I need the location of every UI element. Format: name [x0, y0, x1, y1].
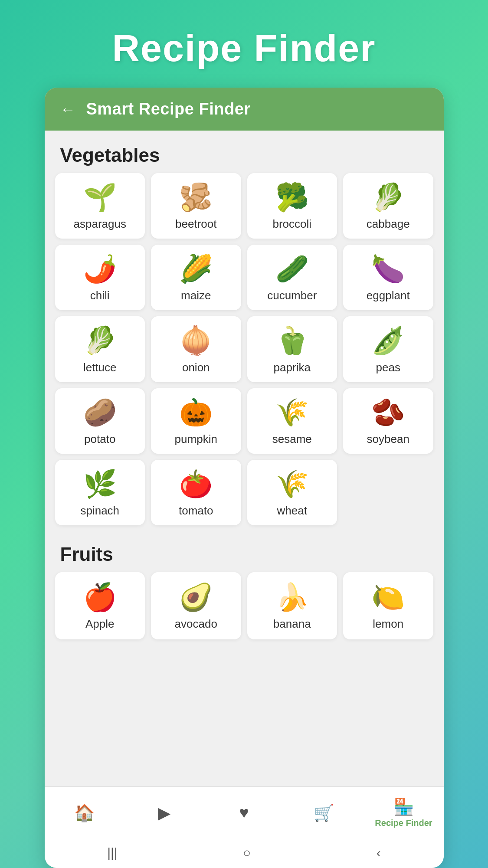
home-icon: 🏠: [74, 803, 95, 822]
lemon-label: lemon: [373, 617, 403, 631]
vegetable-chili[interactable]: 🌶️ chili: [55, 245, 145, 310]
wheat-label: wheat: [277, 504, 307, 518]
vegetable-paprika[interactable]: 🫑 paprika: [247, 316, 337, 382]
chili-label: chili: [90, 289, 110, 302]
avocado-label: avocado: [175, 617, 217, 631]
banana-label: banana: [273, 617, 311, 631]
broccoli-icon: 🥦: [275, 183, 309, 212]
nav-recipe-finder[interactable]: 🏪 Recipe Finder: [364, 794, 444, 832]
sesame-icon: 🌾: [275, 398, 309, 427]
apple-icon: 🍎: [83, 583, 117, 612]
soybean-label: soybean: [367, 432, 409, 446]
paprika-label: paprika: [274, 361, 311, 374]
fruits-section-title: Fruits: [45, 530, 444, 572]
vegetable-potato[interactable]: 🥔 potato: [55, 388, 145, 454]
vegetable-cabbage[interactable]: 🥬 cabbage: [343, 173, 433, 239]
sesame-label: sesame: [272, 432, 312, 446]
lettuce-label: lettuce: [83, 361, 117, 374]
home-button[interactable]: ○: [243, 845, 251, 860]
lettuce-icon: 🥬: [83, 326, 117, 355]
store-icon: 🏪: [393, 797, 414, 816]
content-area: Vegetables 🌱 asparagus 🫚 beetroot 🥦 broc…: [45, 131, 444, 786]
maize-label: maize: [181, 289, 211, 302]
bottom-nav: 🏠 ▶ ♥ 🛒 🏪 Recipe Finder: [45, 786, 444, 836]
heart-icon: ♥: [239, 803, 249, 822]
banana-icon: 🍌: [275, 583, 309, 612]
wheat-icon: 🌾: [275, 469, 309, 499]
maize-icon: 🌽: [179, 254, 213, 284]
vegetable-sesame[interactable]: 🌾 sesame: [247, 388, 337, 454]
back-button-system[interactable]: ‹: [377, 845, 381, 860]
play-icon: ▶: [158, 803, 170, 822]
nav-play[interactable]: ▶: [124, 800, 204, 826]
spinach-label: spinach: [80, 504, 119, 518]
cabbage-icon: 🥬: [371, 183, 405, 212]
nav-home[interactable]: 🏠: [45, 800, 124, 826]
cucumber-icon: 🥒: [275, 254, 309, 284]
fruit-avocado[interactable]: 🥑 avocado: [151, 572, 241, 639]
vegetable-lettuce[interactable]: 🥬 lettuce: [55, 316, 145, 382]
peas-label: peas: [376, 361, 400, 374]
vegetable-cucumber[interactable]: 🥒 cucumber: [247, 245, 337, 310]
vegetable-beetroot[interactable]: 🫚 beetroot: [151, 173, 241, 239]
vegetable-wheat[interactable]: 🌾 wheat: [247, 460, 337, 525]
recent-apps-button[interactable]: |||: [107, 845, 117, 860]
pumpkin-icon: 🎃: [179, 398, 213, 427]
fruits-grid: 🍎 Apple 🥑 avocado 🍌 banana 🍋 lemon: [45, 572, 444, 644]
avocado-icon: 🥑: [179, 583, 213, 612]
vegetables-grid: 🌱 asparagus 🫚 beetroot 🥦 broccoli 🥬 cabb…: [45, 173, 444, 530]
fruit-lemon[interactable]: 🍋 lemon: [343, 572, 433, 639]
top-bar: ← Smart Recipe Finder: [45, 88, 444, 131]
eggplant-icon: 🍆: [371, 254, 405, 284]
fruit-banana[interactable]: 🍌 banana: [247, 572, 337, 639]
vegetable-peas[interactable]: 🫛 peas: [343, 316, 433, 382]
vegetable-maize[interactable]: 🌽 maize: [151, 245, 241, 310]
system-nav: ||| ○ ‹: [45, 836, 444, 868]
back-button[interactable]: ←: [60, 100, 76, 118]
cart-icon: 🛒: [314, 803, 334, 822]
vegetable-soybean[interactable]: 🫘 soybean: [343, 388, 433, 454]
paprika-icon: 🫑: [275, 326, 309, 355]
cucumber-label: cucumber: [267, 289, 317, 302]
lemon-icon: 🍋: [371, 583, 405, 612]
vegetable-broccoli[interactable]: 🥦 broccoli: [247, 173, 337, 239]
eggplant-label: eggplant: [367, 289, 410, 302]
tomato-icon: 🍅: [179, 469, 213, 499]
asparagus-label: asparagus: [74, 217, 126, 231]
apple-label: Apple: [85, 617, 115, 631]
soybean-icon: 🫘: [371, 398, 405, 427]
nav-favorites[interactable]: ♥: [204, 800, 284, 825]
spinach-icon: 🌿: [83, 469, 117, 499]
potato-label: potato: [84, 432, 115, 446]
onion-label: onion: [182, 361, 210, 374]
vegetable-pumpkin[interactable]: 🎃 pumpkin: [151, 388, 241, 454]
beetroot-label: beetroot: [175, 217, 216, 231]
cabbage-label: cabbage: [367, 217, 410, 231]
vegetable-tomato[interactable]: 🍅 tomato: [151, 460, 241, 525]
peas-icon: 🫛: [371, 326, 405, 355]
fruit-apple[interactable]: 🍎 Apple: [55, 572, 145, 639]
vegetable-spinach[interactable]: 🌿 spinach: [55, 460, 145, 525]
potato-icon: 🥔: [83, 398, 117, 427]
screen-title: Smart Recipe Finder: [86, 100, 251, 118]
broccoli-label: broccoli: [272, 217, 311, 231]
tomato-label: tomato: [179, 504, 213, 518]
nav-recipe-finder-label: Recipe Finder: [375, 818, 432, 828]
vegetable-eggplant[interactable]: 🍆 eggplant: [343, 245, 433, 310]
vegetable-asparagus[interactable]: 🌱 asparagus: [55, 173, 145, 239]
beetroot-icon: 🫚: [179, 183, 213, 212]
nav-cart[interactable]: 🛒: [284, 800, 364, 826]
vegetables-section-title: Vegetables: [45, 131, 444, 173]
phone-container: ← Smart Recipe Finder Vegetables 🌱 aspar…: [45, 88, 444, 868]
asparagus-icon: 🌱: [83, 183, 117, 212]
pumpkin-label: pumpkin: [175, 432, 217, 446]
app-title: Recipe Finder: [112, 26, 376, 70]
chili-icon: 🌶️: [83, 254, 117, 284]
onion-icon: 🧅: [179, 326, 213, 355]
vegetable-onion[interactable]: 🧅 onion: [151, 316, 241, 382]
